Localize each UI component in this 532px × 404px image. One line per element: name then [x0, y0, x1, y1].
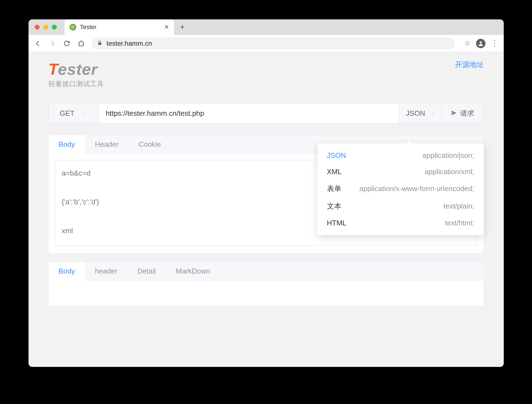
method-value: GET [60, 109, 74, 118]
page-content: Tester 轻量接口测试工具 开源地址 GET JSON [29, 52, 504, 367]
resp-tab-body[interactable]: Body [49, 262, 85, 281]
dropdown-item-html[interactable]: HTML text/html; [318, 215, 484, 231]
resp-tab-markdown[interactable]: MarkDown [166, 262, 220, 281]
resp-tab-header[interactable]: header [85, 262, 127, 281]
chevron-up-icon [431, 109, 435, 118]
title-bar: 😊 Tester ✕ + [29, 19, 504, 35]
home-button[interactable] [77, 40, 85, 47]
reload-button[interactable] [63, 40, 71, 47]
svg-point-0 [480, 41, 482, 43]
url-field[interactable]: tester.hamm.cn [92, 37, 455, 50]
logo-rest: ester [58, 60, 98, 78]
resp-tab-detail[interactable]: Detail [127, 262, 166, 281]
chevron-down-icon [83, 109, 87, 118]
tab-header[interactable]: Header [85, 135, 129, 154]
bookmark-icon[interactable]: ☆ [464, 39, 470, 48]
response-panel: Body header Detail MarkDown [48, 262, 484, 306]
minimize-window-button[interactable] [43, 25, 48, 30]
browser-menu-icon[interactable]: ⋮ [491, 39, 498, 48]
request-url-input[interactable] [99, 104, 399, 123]
tab-title: Tester [80, 24, 160, 31]
profile-avatar[interactable] [476, 39, 485, 48]
new-tab-button[interactable]: + [180, 22, 185, 32]
request-bar: GET JSON 请求 [48, 103, 484, 123]
dropdown-item-json[interactable]: JSON application/json; [318, 147, 484, 164]
close-window-button[interactable] [35, 25, 40, 30]
tab-cookie[interactable]: Cookie [129, 135, 171, 154]
content-type-dropdown: JSON application/json; XML application/x… [318, 143, 484, 235]
send-icon [451, 109, 457, 118]
dropdown-item-text[interactable]: 文本 text/plain; [318, 197, 484, 215]
send-label: 请求 [460, 109, 474, 118]
logo-subtitle: 轻量接口测试工具 [48, 79, 104, 88]
lock-icon [97, 40, 102, 47]
app-logo: Tester 轻量接口测试工具 [48, 60, 104, 88]
source-link[interactable]: 开源地址 [455, 60, 484, 70]
forward-button[interactable] [48, 40, 56, 47]
address-bar: tester.hamm.cn ☆ ⋮ [29, 35, 504, 52]
url-text: tester.hamm.cn [107, 40, 152, 47]
maximize-window-button[interactable] [52, 25, 57, 30]
content-type-select[interactable]: JSON [399, 104, 442, 123]
browser-tab[interactable]: 😊 Tester ✕ [65, 19, 174, 35]
back-button[interactable] [34, 40, 42, 47]
logo-first-letter: T [48, 60, 58, 78]
window-controls [35, 25, 57, 30]
tab-favicon-icon: 😊 [70, 24, 76, 30]
close-tab-icon[interactable]: ✕ [164, 24, 169, 31]
content-type-value: JSON [406, 109, 425, 118]
response-tabs: Body header Detail MarkDown [49, 262, 484, 281]
dropdown-item-form[interactable]: 表单 application/x-www-form-urlencoded; [318, 180, 484, 197]
tab-body[interactable]: Body [49, 135, 85, 154]
dropdown-item-xml[interactable]: XML application/xml; [318, 164, 484, 180]
method-select[interactable]: GET [49, 104, 99, 123]
browser-window: 😊 Tester ✕ + tester.hamm.cn ☆ [29, 19, 504, 367]
send-request-button[interactable]: 请求 [442, 104, 484, 123]
